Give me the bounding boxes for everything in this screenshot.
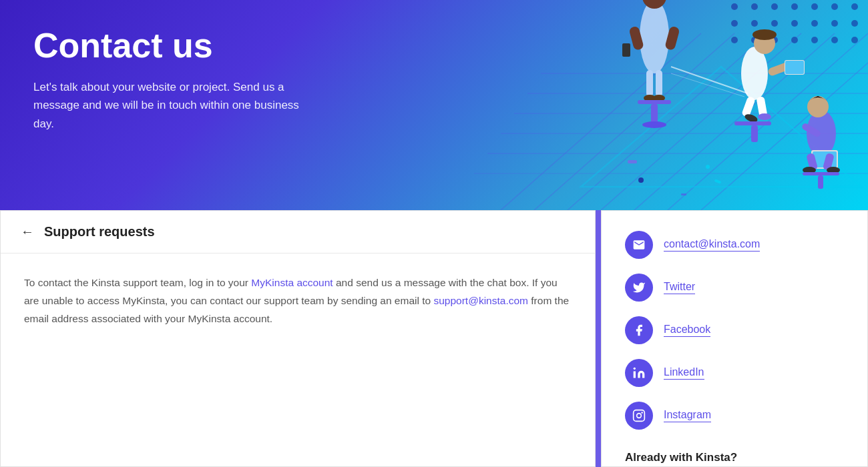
linkedin-icon <box>632 366 646 380</box>
support-text-1: To contact the Kinsta support team, log … <box>24 277 251 288</box>
svg-point-26 <box>831 20 838 27</box>
support-email-link[interactable]: support@kinsta.com <box>433 295 528 306</box>
svg-point-18 <box>811 37 818 43</box>
hero-subtitle: Let's talk about your website or project… <box>33 78 314 133</box>
left-panel: ← Support requests To contact the Kinsta… <box>0 210 596 467</box>
illustration-svg <box>434 0 868 210</box>
email-contact-link[interactable]: contact@kinsta.com <box>664 238 760 252</box>
svg-rect-40 <box>622 43 630 57</box>
panel-header: ← Support requests <box>1 211 595 254</box>
facebook-icon-circle <box>625 316 653 344</box>
svg-rect-45 <box>638 100 671 104</box>
svg-point-17 <box>791 37 798 43</box>
svg-line-1 <box>601 33 801 210</box>
panel-divider <box>596 210 601 467</box>
svg-rect-42 <box>656 70 662 97</box>
contact-item-twitter: Twitter <box>625 274 844 302</box>
svg-point-78 <box>634 368 636 370</box>
email-icon-circle <box>625 231 653 259</box>
svg-point-14 <box>731 37 738 43</box>
svg-point-19 <box>831 37 838 43</box>
svg-point-33 <box>831 3 838 10</box>
svg-point-50 <box>752 29 777 40</box>
twitter-icon-circle <box>625 274 653 302</box>
svg-line-6 <box>501 33 701 210</box>
svg-rect-70 <box>818 175 823 189</box>
svg-point-22 <box>751 20 758 27</box>
svg-point-20 <box>851 37 858 43</box>
twitter-contact-link[interactable]: Twitter <box>664 281 695 294</box>
svg-point-28 <box>731 3 738 10</box>
already-title: Already with Kinsta? <box>625 451 844 464</box>
email-icon <box>632 238 646 252</box>
panel-title: Support requests <box>44 224 155 240</box>
contact-item-facebook: Facebook <box>625 316 844 344</box>
svg-rect-41 <box>646 70 653 97</box>
instagram-contact-link[interactable]: Instagram <box>664 409 711 422</box>
svg-point-57 <box>758 113 771 120</box>
svg-rect-71 <box>628 160 637 163</box>
svg-rect-69 <box>803 172 839 175</box>
main-content: ← Support requests To contact the Kinsta… <box>0 210 868 467</box>
svg-point-23 <box>771 20 778 27</box>
back-arrow-button[interactable]: ← <box>21 224 34 240</box>
already-section: Already with Kinsta? Chat with us in MyK… <box>625 444 844 467</box>
twitter-icon <box>632 281 646 294</box>
svg-point-34 <box>851 3 858 10</box>
svg-rect-53 <box>785 61 804 74</box>
svg-point-30 <box>771 3 778 10</box>
svg-point-74 <box>706 165 710 169</box>
panel-body: To contact the Kinsta support team, log … <box>1 254 595 348</box>
svg-point-80 <box>641 412 643 414</box>
linkedin-icon-circle <box>625 359 653 387</box>
svg-rect-59 <box>751 125 758 142</box>
contact-item-linkedin: LinkedIn <box>625 359 844 387</box>
svg-rect-72 <box>714 179 722 183</box>
support-text: To contact the Kinsta support team, log … <box>24 274 572 328</box>
linkedin-contact-link[interactable]: LinkedIn <box>664 366 704 380</box>
svg-point-21 <box>731 20 738 27</box>
svg-point-25 <box>811 20 818 27</box>
facebook-icon <box>632 324 646 337</box>
svg-rect-79 <box>634 410 645 422</box>
svg-point-47 <box>642 121 666 128</box>
mykinsta-link-1[interactable]: MyKinsta account <box>251 277 333 288</box>
hero-illustration <box>434 0 868 210</box>
svg-rect-75 <box>681 193 686 195</box>
svg-point-73 <box>638 177 644 183</box>
hero-section: Contact us Let's talk about your website… <box>0 0 868 210</box>
svg-point-29 <box>751 3 758 10</box>
svg-rect-46 <box>651 104 658 124</box>
svg-point-24 <box>791 20 798 27</box>
right-panel: contact@kinsta.com Twitter Facebook <box>601 210 868 467</box>
contact-item-email: contact@kinsta.com <box>625 231 844 259</box>
instagram-icon-circle <box>625 402 653 430</box>
svg-point-31 <box>791 3 798 10</box>
svg-point-35 <box>640 0 669 73</box>
svg-point-61 <box>807 96 829 117</box>
contact-item-instagram: Instagram <box>625 402 844 430</box>
svg-rect-58 <box>734 121 771 125</box>
instagram-icon <box>632 409 646 422</box>
svg-line-5 <box>534 33 734 210</box>
svg-point-32 <box>811 3 818 10</box>
svg-point-27 <box>851 20 858 27</box>
facebook-contact-link[interactable]: Facebook <box>664 324 710 337</box>
